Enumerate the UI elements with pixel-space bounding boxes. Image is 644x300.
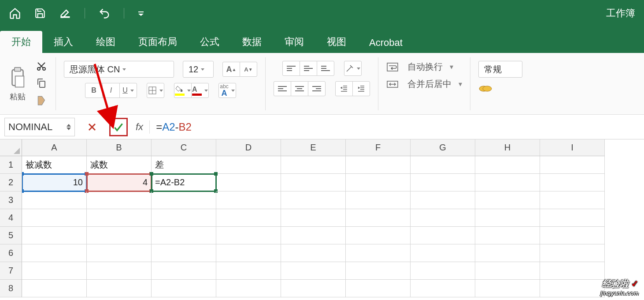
align-bottom-button[interactable] [317,61,334,76]
cell[interactable] [22,262,87,280]
cell[interactable] [411,280,475,297]
home-icon[interactable] [9,7,21,19]
cell[interactable] [216,191,281,209]
cell[interactable] [216,209,281,227]
cell[interactable] [87,227,152,244]
cell[interactable] [411,209,475,227]
tab-draw[interactable]: 绘图 [85,31,127,53]
row-header[interactable]: 1 [0,156,22,174]
row-header[interactable]: 6 [0,244,22,262]
cell[interactable] [540,262,605,280]
cell[interactable] [87,244,152,262]
fill-color-button[interactable] [174,83,192,98]
align-left-button[interactable] [274,81,291,96]
formula-input[interactable]: =A2-B2 [156,121,192,133]
cell[interactable] [475,156,540,174]
cell-C2[interactable]: =A2-B2 [152,174,216,191]
save-icon[interactable] [34,8,46,19]
cancel-button[interactable] [83,118,101,136]
cell[interactable] [411,262,475,280]
orientation-button[interactable] [344,61,362,76]
align-right-button[interactable] [308,81,326,96]
cell[interactable] [540,280,605,297]
cell[interactable] [346,156,411,174]
cell[interactable] [540,174,605,191]
cell[interactable] [346,227,411,244]
cell[interactable] [22,227,87,244]
row-header[interactable]: 2 [0,174,22,191]
row-header[interactable]: 7 [0,262,22,280]
font-color-button[interactable]: A [191,83,209,98]
cell-B2[interactable]: 4 [87,174,152,191]
cell[interactable] [87,280,152,297]
cell[interactable] [411,191,475,209]
cell[interactable] [475,280,540,297]
cell[interactable] [346,280,411,297]
cell[interactable] [152,262,216,280]
cell[interactable] [475,262,540,280]
cell[interactable] [216,244,281,262]
font-name-combo[interactable]: 思源黑体 CN [64,61,174,78]
cell[interactable] [281,174,346,191]
cell[interactable] [540,209,605,227]
enter-button[interactable] [109,118,128,136]
cell[interactable] [216,262,281,280]
cell[interactable] [281,156,346,174]
underline-button[interactable]: U [119,83,137,98]
tab-insert[interactable]: 插入 [42,31,85,53]
cell[interactable] [475,191,540,209]
cell[interactable] [540,191,605,209]
cell[interactable] [411,244,475,262]
tab-home[interactable]: 开始 [0,31,42,53]
cell[interactable] [87,262,152,280]
cell[interactable] [281,227,346,244]
cell[interactable] [475,174,540,191]
tab-acrobat[interactable]: Acrobat [358,33,414,53]
cell[interactable] [281,209,346,227]
cell[interactable] [411,227,475,244]
cell[interactable] [346,191,411,209]
align-center-button[interactable] [291,81,308,96]
tab-view[interactable]: 视图 [315,31,358,53]
row-header[interactable]: 8 [0,280,22,297]
cell[interactable] [475,209,540,227]
cell[interactable] [152,244,216,262]
cell-A2[interactable]: 10 [22,174,87,191]
cell[interactable] [152,191,216,209]
cell[interactable] [346,262,411,280]
cell[interactable] [346,244,411,262]
tab-data[interactable]: 数据 [231,31,273,53]
tab-formulas[interactable]: 公式 [189,31,231,53]
tab-review[interactable]: 审阅 [273,31,315,53]
insert-function-button[interactable]: fx [136,121,143,133]
row-header[interactable]: 3 [0,191,22,209]
align-middle-button[interactable] [300,61,317,76]
col-header[interactable]: B [87,139,152,156]
name-box[interactable]: NOMINAL [4,118,75,136]
cell[interactable] [216,156,281,174]
col-header[interactable]: A [22,139,87,156]
edit-icon[interactable] [59,7,71,19]
cell[interactable] [281,191,346,209]
bold-button[interactable]: B [85,83,103,98]
cell[interactable] [152,209,216,227]
cell[interactable] [281,262,346,280]
cell[interactable] [411,156,475,174]
cell[interactable] [87,191,152,209]
align-top-button[interactable] [282,61,300,76]
cell-B1[interactable]: 减数 [87,156,152,174]
undo-icon[interactable] [98,7,111,19]
cut-icon[interactable] [36,61,48,73]
currency-icon[interactable] [478,83,493,96]
cell[interactable] [22,280,87,297]
number-format-combo[interactable]: 常规 [478,61,522,78]
cell[interactable] [281,244,346,262]
cell[interactable] [540,244,605,262]
cell[interactable] [216,280,281,297]
decrease-font-button[interactable]: A▼ [240,62,257,77]
format-painter-icon[interactable] [36,94,48,108]
row-header[interactable]: 5 [0,227,22,244]
wrap-text-button[interactable]: 自动换行 ▾ [386,61,453,73]
paste-button[interactable]: 粘贴 [8,67,27,102]
cell-C1[interactable]: 差 [152,156,216,174]
